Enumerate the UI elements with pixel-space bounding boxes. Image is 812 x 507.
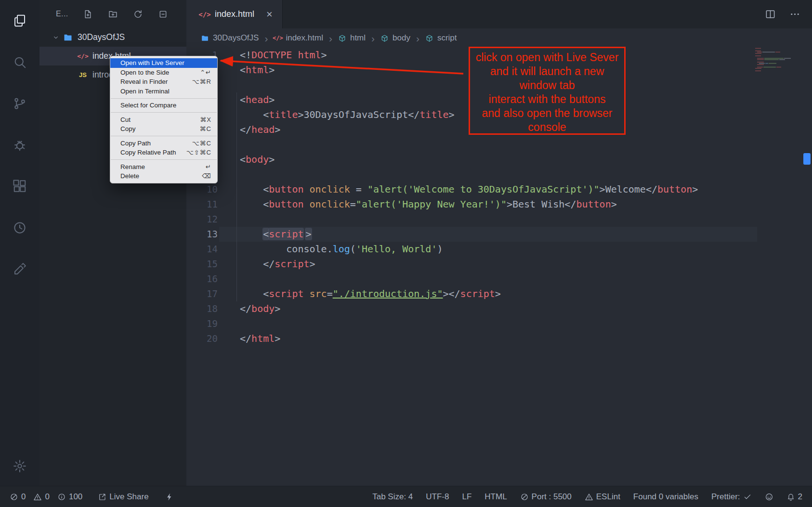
- breadcrumb-30DaysOfJS[interactable]: 30DaysOfJS: [201, 33, 259, 43]
- code-line-16[interactable]: 16: [186, 272, 812, 286]
- menu-item-copy-path[interactable]: Copy Path⌥⌘C: [110, 139, 217, 148]
- line-number: 10: [186, 182, 218, 197]
- code-line-11[interactable]: 11 <button onclick="alert('Happy New Yea…: [186, 197, 812, 212]
- code-line-13[interactable]: 13 <script>: [186, 227, 812, 242]
- tab-bar: </>index.html×: [186, 0, 812, 28]
- new-file-button[interactable]: [83, 9, 93, 19]
- warning-icon: [33, 493, 42, 501]
- status-variables[interactable]: Found 0 variables: [633, 492, 698, 502]
- activity-debug-button[interactable]: [13, 138, 27, 152]
- close-tab-icon[interactable]: ×: [266, 9, 273, 20]
- status-live-share[interactable]: Live Share: [98, 492, 148, 502]
- menu-item-copy[interactable]: Copy⌘C: [110, 124, 217, 134]
- breadcrumb-separator: ›: [264, 33, 268, 43]
- html-file-icon: </>: [78, 52, 88, 61]
- breadcrumb-script[interactable]: script: [425, 33, 457, 43]
- minimap[interactable]: [753, 46, 799, 74]
- menu-item-delete[interactable]: Delete⌫: [110, 171, 217, 181]
- activity-explorer-button[interactable]: [13, 13, 27, 28]
- warning-icon: [585, 493, 593, 501]
- status-port[interactable]: Port : 5500: [520, 492, 572, 502]
- new-folder-button[interactable]: [108, 9, 118, 19]
- breadcrumb-index.html[interactable]: </>index.html: [274, 33, 323, 43]
- activity-source-control-button[interactable]: [13, 96, 27, 111]
- status-notifications[interactable]: 2: [786, 492, 802, 502]
- tree-item-30DaysOfJS[interactable]: 30DaysOfJS: [39, 28, 186, 47]
- status-info[interactable]: 100: [57, 492, 82, 502]
- activity-bar-top: [13, 0, 27, 276]
- info-icon: [57, 493, 66, 501]
- line-number: 11: [186, 197, 218, 212]
- collapse-all-button[interactable]: [158, 9, 168, 19]
- error-icon: [10, 493, 18, 501]
- breadcrumb-separator: ›: [371, 33, 375, 43]
- vscode-window: E... 30DaysOfJS</>index.htmlJSintroducti…: [0, 0, 812, 507]
- status-tab-size[interactable]: Tab Size: 4: [372, 492, 413, 502]
- activity-bar-bottom: [13, 459, 27, 486]
- refresh-button[interactable]: [133, 9, 143, 19]
- line-number: 14: [186, 242, 218, 257]
- menu-separator: [111, 136, 217, 136]
- breadcrumb-html[interactable]: html: [338, 33, 366, 43]
- status-right: Tab Size: 4UTF-8LFHTMLPort : 5500ESLintF…: [372, 492, 802, 502]
- line-number: 12: [186, 212, 218, 227]
- line-number: 20: [186, 331, 218, 346]
- menu-separator: [111, 159, 217, 160]
- menu-item-copy-relative-path[interactable]: Copy Relative Path⌥⇧⌘C: [110, 148, 217, 157]
- annotation-line: console: [470, 120, 624, 134]
- activity-settings-button[interactable]: [13, 459, 27, 473]
- activity-feedback-pen-button[interactable]: [13, 262, 27, 276]
- annotation-line: and it will launch a new: [470, 65, 624, 78]
- status-eslint[interactable]: ESLint: [585, 492, 620, 502]
- menu-item-cut[interactable]: Cut⌘X: [110, 115, 217, 125]
- status-lightning[interactable]: [165, 493, 174, 501]
- code-line-10[interactable]: 10 <button onclick = "alert('Welcome to …: [186, 182, 812, 197]
- code-line-14[interactable]: 14 console.log('Hello, World'): [186, 242, 812, 257]
- editor-title-actions: [765, 0, 812, 28]
- code-line-17[interactable]: 17 <script src="./introduction.js"></scr…: [186, 286, 812, 301]
- annotation-line: click on open with Live Sever: [470, 51, 624, 65]
- menu-item-rename[interactable]: Rename↵: [110, 162, 217, 172]
- status-eol[interactable]: LF: [462, 492, 471, 502]
- code-line-8[interactable]: 8<body>: [186, 152, 812, 167]
- js-file-icon: JS: [78, 70, 88, 80]
- code-line-12[interactable]: 12: [186, 212, 812, 227]
- status-errors[interactable]: 0: [10, 492, 26, 502]
- status-language-mode[interactable]: HTML: [485, 492, 507, 502]
- more-actions-button[interactable]: [789, 9, 800, 20]
- activity-search-button[interactable]: [13, 55, 27, 69]
- menu-item-select-for-compare[interactable]: Select for Compare: [110, 101, 217, 110]
- folder-icon: [201, 34, 209, 42]
- status-warnings[interactable]: 0: [33, 492, 49, 502]
- code-line-9[interactable]: 9: [186, 167, 812, 182]
- status-prettier[interactable]: Prettier:: [711, 492, 752, 502]
- activity-extensions-button[interactable]: [13, 179, 27, 194]
- explorer-header: E...: [39, 0, 186, 28]
- menu-item-open-to-the-side[interactable]: Open to the Side⌃↵: [110, 68, 217, 78]
- breadcrumb-separator: ›: [416, 33, 419, 43]
- menu-item-open-with-live-server[interactable]: Open with Live Server: [110, 58, 217, 68]
- code-line-19[interactable]: 19: [186, 316, 812, 331]
- code-line-20[interactable]: 20</html>: [186, 331, 812, 346]
- code-line-18[interactable]: 18</body>: [186, 301, 812, 316]
- annotation-line: window tab: [470, 78, 624, 92]
- line-number: 15: [186, 257, 218, 272]
- split-editor-button[interactable]: [765, 9, 776, 20]
- status-left: 00100Live Share: [10, 492, 174, 502]
- status-bar: 00100Live Share Tab Size: 4UTF-8LFHTMLPo…: [0, 486, 812, 507]
- breadcrumb: 30DaysOfJS›</>index.html›html›body›scrip…: [186, 28, 812, 48]
- breadcrumb-body[interactable]: body: [380, 33, 410, 43]
- menu-item-open-in-terminal[interactable]: Open in Terminal: [110, 87, 217, 96]
- code-line-7[interactable]: 7: [186, 137, 812, 152]
- status-encoding[interactable]: UTF-8: [426, 492, 449, 502]
- symbol-cube-icon: [425, 34, 433, 42]
- activity-history-button[interactable]: [13, 221, 27, 235]
- activity-bar: [0, 0, 39, 486]
- line-number: 17: [186, 286, 218, 301]
- menu-item-reveal-in-finder[interactable]: Reveal in Finder⌥⌘R: [110, 77, 217, 87]
- breadcrumb-separator: ›: [329, 33, 332, 43]
- indent-guide: [236, 92, 237, 301]
- tab-index.html[interactable]: </>index.html×: [186, 0, 283, 28]
- status-feedback[interactable]: [765, 493, 773, 501]
- code-line-15[interactable]: 15 </script>: [186, 257, 812, 272]
